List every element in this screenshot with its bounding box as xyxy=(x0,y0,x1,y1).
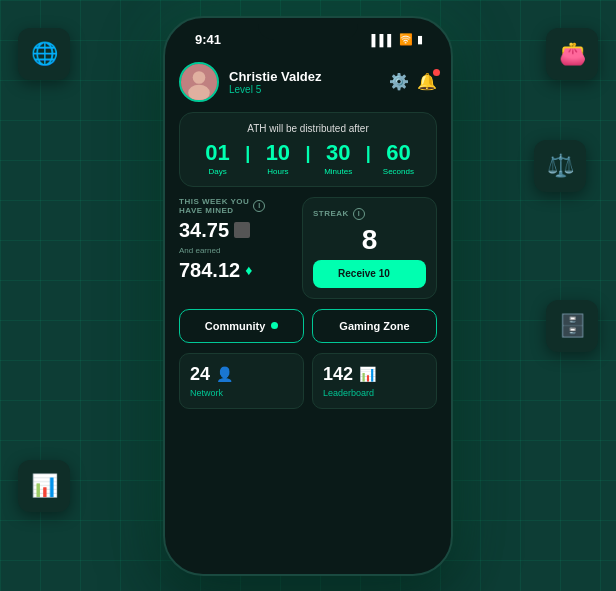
notification-dot xyxy=(433,69,440,76)
bg-tile-globe: 🌐 xyxy=(18,28,70,80)
svg-point-2 xyxy=(188,84,210,100)
minutes-value: 30 xyxy=(326,142,350,164)
countdown-numbers: 01 Days | 10 Hours | 30 Minutes | 60 Sec… xyxy=(192,142,424,176)
status-time: 9:41 xyxy=(195,32,221,47)
phone-frame: 9:41 ▌▌▌ 🛜 ▮ Christie Valdez Level 5 ⚙️ xyxy=(163,16,453,576)
minutes-label: Minutes xyxy=(324,167,352,176)
community-label: Community xyxy=(205,320,266,332)
network-card: 24 👤 Network xyxy=(179,353,304,409)
stat-cards: 24 👤 Network 142 📊 Leaderboard xyxy=(179,353,437,409)
header-icons: ⚙️ 🔔 xyxy=(389,72,437,91)
user-level: Level 5 xyxy=(229,84,379,95)
leaderboard-label: Leaderboard xyxy=(323,388,426,398)
receive-diamond-icon: ♦ xyxy=(394,266,401,282)
user-info: Christie Valdez Level 5 xyxy=(229,69,379,95)
days-label: Days xyxy=(208,167,226,176)
seconds-value: 60 xyxy=(386,142,410,164)
mined-label-text: THIS WEEK YOUHAVE MINED xyxy=(179,197,249,215)
countdown-hours: 10 Hours xyxy=(252,142,303,176)
countdown-card: ATH will be distributed after 01 Days | … xyxy=(179,112,437,187)
user-name: Christie Valdez xyxy=(229,69,379,84)
avatar xyxy=(179,62,219,102)
earned-value: 784.12 xyxy=(179,259,240,282)
streak-info-icon[interactable]: i xyxy=(353,208,365,220)
svg-point-1 xyxy=(193,71,206,84)
gear-icon[interactable]: ⚙️ xyxy=(389,72,409,91)
receive-btn-label: Receive 10 xyxy=(338,268,390,279)
receive-button[interactable]: Receive 10 ♦ xyxy=(313,260,426,288)
community-button[interactable]: Community xyxy=(179,309,304,343)
streak-label: STREAK i xyxy=(313,208,426,220)
mined-amount: 34.75 xyxy=(179,219,292,242)
leaderboard-count-row: 142 📊 xyxy=(323,364,426,385)
diamond-icon: ♦ xyxy=(245,262,252,278)
countdown-seconds: 60 Seconds xyxy=(373,142,424,176)
sep-1: | xyxy=(243,143,252,164)
network-count: 24 xyxy=(190,364,210,385)
mined-value: 34.75 xyxy=(179,219,229,242)
bg-tile-chart: 📊 xyxy=(18,460,70,512)
hours-label: Hours xyxy=(267,167,288,176)
wifi-icon: 🛜 xyxy=(399,33,413,46)
phone-content: Christie Valdez Level 5 ⚙️ 🔔 ATH will be… xyxy=(165,54,451,574)
action-buttons: Community Gaming Zone xyxy=(179,309,437,343)
countdown-minutes: 30 Minutes xyxy=(313,142,364,176)
seconds-label: Seconds xyxy=(383,167,414,176)
phone-notch xyxy=(258,18,358,40)
gaming-zone-label: Gaming Zone xyxy=(339,320,409,332)
network-count-row: 24 👤 xyxy=(190,364,293,385)
hours-value: 10 xyxy=(266,142,290,164)
days-value: 01 xyxy=(205,142,229,164)
bg-tile-scale: ⚖️ xyxy=(534,140,586,192)
earned-amount: 784.12 ♦ xyxy=(179,259,292,282)
stats-row: THIS WEEK YOUHAVE MINED i 34.75 And earn… xyxy=(179,197,437,299)
mined-label: THIS WEEK YOUHAVE MINED i xyxy=(179,197,292,215)
bg-tile-database: 🗄️ xyxy=(546,300,598,352)
user-header: Christie Valdez Level 5 ⚙️ 🔔 xyxy=(179,62,437,102)
bell-icon[interactable]: 🔔 xyxy=(417,72,437,91)
leaderboard-card: 142 📊 Leaderboard xyxy=(312,353,437,409)
leaderboard-count: 142 xyxy=(323,364,353,385)
countdown-days: 01 Days xyxy=(192,142,243,176)
countdown-title: ATH will be distributed after xyxy=(192,123,424,134)
mined-section: THIS WEEK YOUHAVE MINED i 34.75 And earn… xyxy=(179,197,292,299)
cube-icon xyxy=(234,222,250,238)
earned-label: And earned xyxy=(179,246,292,255)
community-dot xyxy=(271,322,278,329)
battery-icon: ▮ xyxy=(417,33,423,46)
bg-tile-wallet: 👛 xyxy=(546,28,598,80)
sep-3: | xyxy=(364,143,373,164)
mined-info-icon[interactable]: i xyxy=(253,200,265,212)
network-icon: 👤 xyxy=(216,366,233,382)
streak-section: STREAK i 8 Receive 10 ♦ xyxy=(302,197,437,299)
status-icons: ▌▌▌ 🛜 ▮ xyxy=(372,33,423,46)
streak-label-text: STREAK xyxy=(313,209,349,218)
signal-icon: ▌▌▌ xyxy=(372,34,395,46)
network-label: Network xyxy=(190,388,293,398)
leaderboard-icon: 📊 xyxy=(359,366,376,382)
streak-value: 8 xyxy=(362,226,378,254)
gaming-zone-button[interactable]: Gaming Zone xyxy=(312,309,437,343)
sep-2: | xyxy=(303,143,312,164)
